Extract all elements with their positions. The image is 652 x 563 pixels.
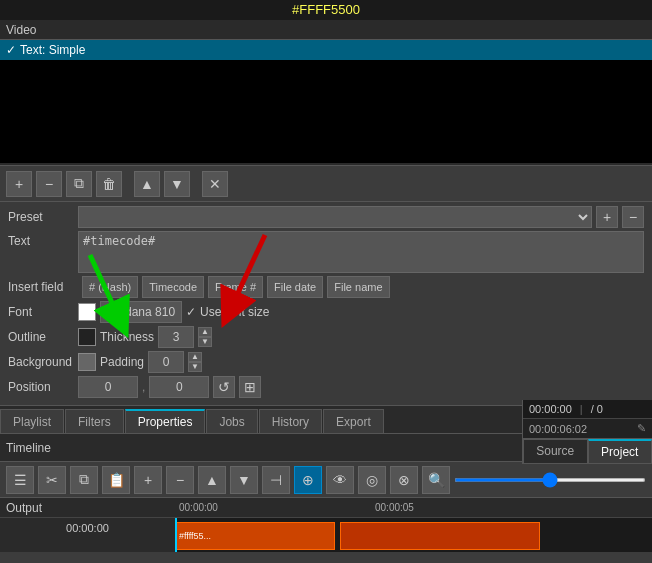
preset-label: Preset — [8, 210, 78, 224]
insert-timecode-button[interactable]: Timecode — [142, 276, 204, 298]
thickness-label: Thickness — [100, 330, 154, 344]
video-item[interactable]: ✓ Text: Simple — [0, 40, 652, 60]
background-label: Background — [8, 355, 78, 369]
chevron-down-icon: ▼ — [170, 176, 184, 192]
tab-jobs[interactable]: Jobs — [206, 409, 257, 433]
output-timeline[interactable]: 00:00:00 00:00:05 #ffff55... — [175, 498, 652, 552]
timeline-copy-button[interactable]: ⧉ — [70, 466, 98, 494]
title-bar: #FFFF5500 — [0, 0, 652, 20]
tc-current: 00:00:00 — [529, 403, 572, 415]
text-input[interactable]: #timecode# — [78, 231, 644, 273]
insert-filedate-button[interactable]: File date — [267, 276, 323, 298]
preset-dropdown[interactable] — [78, 206, 592, 228]
grid-icon: ⊞ — [244, 379, 256, 395]
close-icon: ✕ — [209, 176, 221, 192]
insert-frame-button[interactable]: Frame # — [208, 276, 263, 298]
properties-area: Preset + − Text #timecode# Insert field … — [0, 201, 652, 405]
timeline-snap-button[interactable]: ⊕ — [294, 466, 322, 494]
move-down-button[interactable]: ▼ — [164, 171, 190, 197]
padding-label: Padding — [100, 355, 144, 369]
all-icon: ⊗ — [398, 472, 410, 488]
tc-display-top: 00:00:00 | / 0 — [523, 400, 652, 419]
timeline-clip-1[interactable]: #ffff55... — [175, 522, 335, 550]
padding-up-button[interactable]: ▲ — [188, 352, 202, 362]
tab-history[interactable]: History — [259, 409, 322, 433]
timeline-ripple-button[interactable]: ◎ — [358, 466, 386, 494]
close-button[interactable]: ✕ — [202, 171, 228, 197]
background-row: Background Padding ▲ ▼ — [8, 351, 644, 373]
timeline-remove-button[interactable]: − — [166, 466, 194, 494]
tab-playlist[interactable]: Playlist — [0, 409, 64, 433]
padding-input[interactable] — [148, 351, 184, 373]
right-tab-source[interactable]: Source — [523, 439, 588, 464]
timeline-zoom-out-button[interactable]: 🔍 — [422, 466, 450, 494]
copy-button[interactable]: ⧉ — [66, 171, 92, 197]
copy-icon: ⧉ — [74, 175, 84, 192]
position-extra-button[interactable]: ⊞ — [239, 376, 261, 398]
text-row: Text #timecode# — [8, 231, 644, 273]
plus-icon: + — [603, 209, 611, 225]
minus-icon: − — [176, 472, 184, 488]
timeline-cut-button[interactable]: ✂ — [38, 466, 66, 494]
padding-spinner[interactable]: ▲ ▼ — [188, 352, 202, 372]
preset-remove-button[interactable]: − — [622, 206, 644, 228]
timeline-add-button[interactable]: + — [134, 466, 162, 494]
main-toolbar: + − ⧉ 🗑 ▲ ▼ ✕ — [0, 165, 652, 201]
font-name-button[interactable]: Verdana 810 — [100, 301, 182, 323]
tab-filters[interactable]: Filters — [65, 409, 124, 433]
tc-display-bottom: 00:00:06:02 ✎ — [523, 419, 652, 438]
reset-icon: ↺ — [218, 379, 230, 395]
move-up-button[interactable]: ▲ — [134, 171, 160, 197]
insert-hash-button[interactable]: # (Hash) — [82, 276, 138, 298]
delete-button[interactable]: 🗑 — [96, 171, 122, 197]
padding-down-button[interactable]: ▼ — [188, 362, 202, 372]
position-x-input[interactable] — [78, 376, 138, 398]
timeline-split-button[interactable]: ⊣ — [262, 466, 290, 494]
thickness-down-button[interactable]: ▼ — [198, 337, 212, 347]
menu-icon: ☰ — [14, 472, 27, 488]
copy-icon: ⧉ — [79, 471, 89, 488]
video-preview — [0, 60, 652, 163]
timeline-paste-button[interactable]: 📋 — [102, 466, 130, 494]
font-row: Font Verdana 810 ✓ Use font size — [8, 301, 644, 323]
ripple-icon: ◎ — [366, 472, 378, 488]
position-reset-button[interactable]: ↺ — [213, 376, 235, 398]
output-left: Output 00:00:00 — [0, 498, 175, 552]
thickness-input[interactable] — [158, 326, 194, 348]
snap-icon: ⊕ — [302, 472, 314, 488]
remove-button[interactable]: − — [36, 171, 62, 197]
timeline-menu-button[interactable]: ☰ — [6, 466, 34, 494]
timeline-all-button[interactable]: ⊗ — [390, 466, 418, 494]
preset-add-button[interactable]: + — [596, 206, 618, 228]
paste-icon: 📋 — [108, 472, 125, 488]
tc-current2: 00:00:06:02 — [529, 423, 587, 435]
ruler-mark-end: 00:00:05 — [375, 502, 414, 513]
timeline-down-button[interactable]: ▼ — [230, 466, 258, 494]
background-color-picker[interactable] — [78, 353, 96, 371]
delete-icon: 🗑 — [102, 176, 116, 192]
output-section: Output 00:00:00 00:00:00 00:00:05 #ffff5… — [0, 497, 652, 552]
position-y-input[interactable] — [149, 376, 209, 398]
add-button[interactable]: + — [6, 171, 32, 197]
insert-filename-button[interactable]: File name — [327, 276, 389, 298]
font-size-check: ✓ — [186, 305, 196, 319]
plus-icon: + — [144, 472, 152, 488]
timeline-zoom-slider[interactable] — [454, 478, 646, 482]
thickness-up-button[interactable]: ▲ — [198, 327, 212, 337]
font-size-label: Use font size — [200, 305, 269, 319]
font-color-picker[interactable] — [78, 303, 96, 321]
timeline-ruler: 00:00:00 00:00:05 — [175, 498, 652, 518]
thickness-spinner[interactable]: ▲ ▼ — [198, 327, 212, 347]
minus-icon: − — [629, 209, 637, 225]
tc-edit-icon[interactable]: ✎ — [637, 422, 646, 435]
timeline-clip-2[interactable] — [340, 522, 540, 550]
video-item-check: ✓ — [6, 42, 16, 58]
outline-color-picker[interactable] — [78, 328, 96, 346]
tab-export[interactable]: Export — [323, 409, 384, 433]
timeline-up-button[interactable]: ▲ — [198, 466, 226, 494]
tab-properties[interactable]: Properties — [125, 409, 206, 433]
eye-icon: 👁 — [333, 472, 347, 488]
chevron-up-icon: ▲ — [205, 472, 219, 488]
right-tab-project[interactable]: Project — [588, 439, 653, 464]
timeline-eye-button[interactable]: 👁 — [326, 466, 354, 494]
